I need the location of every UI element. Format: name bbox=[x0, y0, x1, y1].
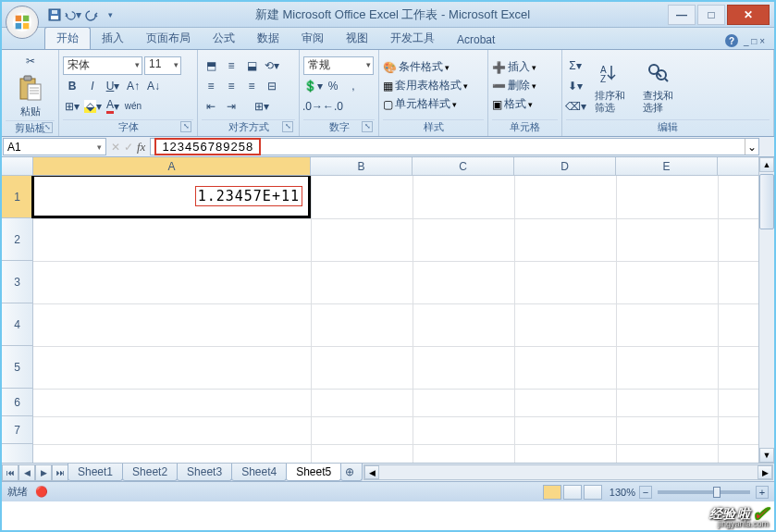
row-header-1[interactable]: 1 bbox=[2, 176, 32, 218]
cell-area[interactable]: 1.23457E+11 bbox=[33, 176, 774, 463]
italic-button[interactable]: I bbox=[83, 77, 102, 95]
formula-input[interactable]: 123456789258 ⌄ bbox=[150, 138, 759, 155]
scroll-down-button[interactable]: ▼ bbox=[759, 448, 774, 463]
zoom-level[interactable]: 130% bbox=[610, 487, 635, 498]
percent-button[interactable]: % bbox=[324, 77, 342, 95]
horizontal-scrollbar[interactable]: ◀ ▶ bbox=[363, 464, 773, 480]
name-box[interactable]: A1▾ bbox=[3, 138, 106, 155]
find-select-button[interactable]: 查找和 选择 bbox=[634, 54, 681, 118]
conditional-format-button[interactable]: 🎨条件格式▾ bbox=[383, 59, 468, 75]
page-layout-view-button[interactable] bbox=[563, 485, 582, 500]
decrease-decimal-button[interactable]: ←.0 bbox=[324, 97, 342, 116]
row-header-7[interactable]: 7 bbox=[2, 416, 32, 444]
border-button[interactable]: ⊞▾ bbox=[63, 97, 81, 116]
scroll-right-button[interactable]: ▶ bbox=[758, 465, 772, 479]
shrink-font-button[interactable]: A↓ bbox=[144, 77, 163, 95]
tab-home[interactable]: 开始 bbox=[44, 27, 91, 49]
row-header-3[interactable]: 3 bbox=[2, 261, 32, 303]
merge-button[interactable]: ⊞▾ bbox=[242, 97, 281, 116]
help-icon[interactable]: ? bbox=[725, 34, 738, 47]
fx-button[interactable]: fx bbox=[137, 140, 145, 155]
col-header-c[interactable]: C bbox=[413, 157, 514, 175]
format-cells-button[interactable]: ▣格式▾ bbox=[492, 96, 536, 112]
comma-button[interactable]: , bbox=[344, 77, 363, 95]
wrap-text-button[interactable]: ⊟ bbox=[263, 77, 281, 95]
zoom-in-button[interactable]: + bbox=[756, 486, 769, 499]
tab-formulas[interactable]: 公式 bbox=[202, 28, 246, 49]
sheet-first-button[interactable]: ⏮ bbox=[2, 464, 18, 481]
row-header-6[interactable]: 6 bbox=[2, 389, 32, 416]
align-dialog-launcher[interactable]: ⤡ bbox=[282, 121, 293, 132]
vertical-scrollbar[interactable]: ▲ ▼ bbox=[758, 176, 774, 463]
cell-styles-button[interactable]: ▢单元格样式▾ bbox=[383, 96, 468, 112]
sheet-last-button[interactable]: ⏭ bbox=[52, 464, 68, 481]
align-top-button[interactable]: ⬒ bbox=[202, 56, 220, 75]
phonetic-button[interactable]: wén bbox=[124, 97, 142, 116]
cancel-icon[interactable]: ✕ bbox=[111, 141, 120, 154]
increase-decimal-button[interactable]: .0→ bbox=[303, 97, 322, 116]
font-dialog-launcher[interactable]: ⤡ bbox=[180, 121, 191, 132]
number-dialog-launcher[interactable]: ⤡ bbox=[362, 121, 373, 132]
normal-view-button[interactable] bbox=[543, 485, 561, 500]
align-right-button[interactable]: ≡ bbox=[242, 77, 261, 95]
close-button[interactable]: ✕ bbox=[727, 5, 770, 25]
tab-data[interactable]: 数据 bbox=[246, 28, 290, 49]
tab-insert[interactable]: 插入 bbox=[91, 28, 135, 49]
align-middle-button[interactable]: ≡ bbox=[222, 56, 240, 75]
enter-icon[interactable]: ✓ bbox=[124, 141, 133, 154]
zoom-thumb[interactable] bbox=[713, 487, 721, 498]
sheet-prev-button[interactable]: ◀ bbox=[18, 464, 35, 481]
redo-button[interactable] bbox=[83, 6, 100, 23]
insert-cells-button[interactable]: ➕插入▾ bbox=[492, 59, 536, 75]
minimize-button[interactable]: — bbox=[668, 5, 696, 25]
expand-formula-bar[interactable]: ⌄ bbox=[745, 139, 758, 155]
fill-color-button[interactable]: ⬙▾ bbox=[83, 97, 102, 116]
row-header-5[interactable]: 5 bbox=[2, 346, 32, 389]
scroll-left-button[interactable]: ◀ bbox=[364, 465, 379, 479]
macro-record-icon[interactable]: 🔴 bbox=[35, 486, 48, 498]
tab-developer[interactable]: 开发工具 bbox=[379, 28, 446, 49]
col-header-a[interactable]: A bbox=[33, 157, 311, 175]
row-header-2[interactable]: 2 bbox=[2, 218, 32, 261]
delete-cells-button[interactable]: ➖删除▾ bbox=[492, 78, 536, 93]
page-break-view-button[interactable] bbox=[584, 485, 602, 500]
sort-filter-button[interactable]: AZ 排序和 筛选 bbox=[586, 54, 633, 118]
col-header-b[interactable]: B bbox=[311, 157, 413, 175]
tab-view[interactable]: 视图 bbox=[335, 28, 379, 49]
clear-button[interactable]: ⌫▾ bbox=[566, 97, 585, 116]
grow-font-button[interactable]: A↑ bbox=[124, 77, 142, 95]
align-bottom-button[interactable]: ⬓ bbox=[242, 56, 261, 75]
increase-indent-button[interactable]: ⇥ bbox=[222, 97, 240, 116]
accounting-button[interactable]: 💲▾ bbox=[303, 77, 322, 95]
save-button[interactable] bbox=[46, 6, 63, 23]
align-center-button[interactable]: ≡ bbox=[222, 77, 240, 95]
decrease-indent-button[interactable]: ⇤ bbox=[202, 97, 220, 116]
zoom-slider[interactable] bbox=[658, 490, 750, 494]
number-format-combo[interactable]: 常规▾ bbox=[303, 56, 374, 75]
new-sheet-button[interactable]: ⊕ bbox=[340, 464, 363, 481]
paste-button[interactable]: 粘贴 bbox=[11, 70, 50, 120]
sheet-tab-5[interactable]: Sheet5 bbox=[286, 464, 341, 481]
clipboard-dialog-launcher[interactable]: ⤡ bbox=[42, 122, 53, 133]
bold-button[interactable]: B bbox=[63, 77, 81, 95]
font-size-combo[interactable]: 11▾ bbox=[144, 56, 181, 75]
sheet-tab-3[interactable]: Sheet3 bbox=[177, 464, 232, 481]
zoom-out-button[interactable]: − bbox=[639, 486, 652, 499]
sheet-tab-2[interactable]: Sheet2 bbox=[122, 464, 178, 481]
font-color-button[interactable]: A▾ bbox=[104, 97, 122, 116]
qat-customize-button[interactable]: ▾ bbox=[102, 6, 118, 23]
cut-button[interactable]: ✂ bbox=[21, 52, 40, 70]
row-header-4[interactable]: 4 bbox=[2, 303, 32, 346]
sheet-tab-1[interactable]: Sheet1 bbox=[68, 464, 123, 481]
office-button[interactable] bbox=[6, 6, 39, 39]
align-left-button[interactable]: ≡ bbox=[202, 77, 220, 95]
col-header-e[interactable]: E bbox=[616, 157, 718, 175]
select-all-corner[interactable] bbox=[2, 157, 33, 175]
sheet-tab-4[interactable]: Sheet4 bbox=[231, 464, 287, 481]
orientation-button[interactable]: ⟲▾ bbox=[263, 56, 281, 75]
sheet-next-button[interactable]: ▶ bbox=[35, 464, 52, 481]
fill-button[interactable]: ⬇▾ bbox=[566, 77, 585, 95]
underline-button[interactable]: U▾ bbox=[104, 77, 122, 95]
autosum-button[interactable]: Σ▾ bbox=[566, 56, 585, 75]
active-cell[interactable]: 1.23457E+11 bbox=[31, 176, 311, 218]
